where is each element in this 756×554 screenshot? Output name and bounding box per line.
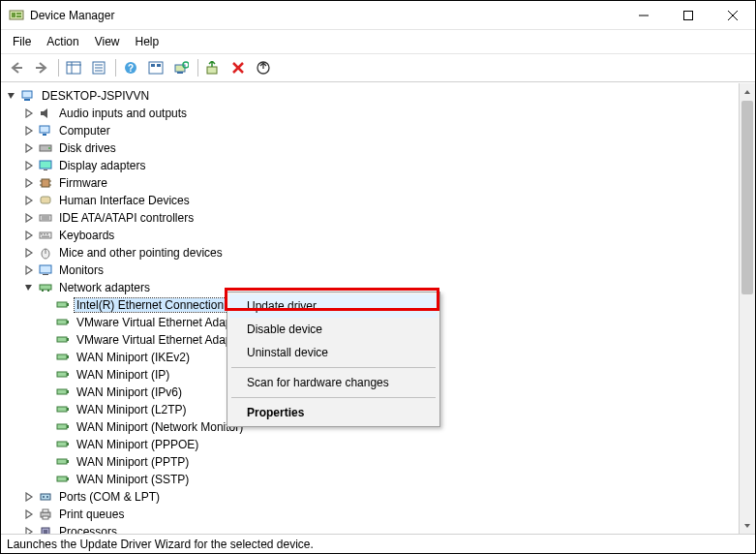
svg-rect-77 — [67, 460, 69, 463]
svg-rect-30 — [24, 99, 30, 101]
tree-category[interactable]: Ports (COM & LPT) — [5, 488, 739, 506]
context-properties[interactable]: Properties — [229, 401, 438, 424]
svg-rect-21 — [157, 64, 161, 67]
expand-icon[interactable] — [22, 263, 36, 277]
tree-device-network-adapter[interactable]: WAN Miniport (PPTP) — [5, 453, 739, 471]
expander-spacer — [40, 438, 53, 451]
context-scan-hardware[interactable]: Scan for hardware changes — [229, 371, 438, 394]
update-driver-button[interactable] — [201, 57, 225, 78]
expand-icon[interactable] — [22, 229, 36, 242]
tree-root[interactable]: DESKTOP-JSPIVVN — [5, 87, 739, 105]
svg-text:?: ? — [128, 63, 134, 74]
tree-item-label: WAN Miniport (IKEv2) — [75, 351, 192, 364]
svg-rect-56 — [42, 290, 44, 292]
tree-category[interactable]: Print queues — [5, 506, 739, 523]
svg-rect-57 — [47, 290, 49, 292]
svg-rect-59 — [67, 303, 69, 306]
tree-item-label: Print queues — [57, 508, 126, 521]
context-uninstall-device[interactable]: Uninstall device — [229, 341, 438, 364]
context-menu: Update driver Disable device Uninstall d… — [227, 292, 440, 427]
display-icon — [38, 158, 53, 173]
svg-rect-49 — [46, 233, 48, 235]
printer-icon — [38, 507, 53, 522]
expand-icon[interactable] — [22, 490, 36, 504]
expand-icon[interactable] — [22, 246, 36, 260]
menu-action[interactable]: Action — [39, 32, 86, 51]
svg-rect-20 — [151, 64, 155, 67]
expand-icon[interactable] — [22, 508, 36, 521]
svg-rect-87 — [44, 530, 47, 534]
forward-button[interactable] — [30, 57, 53, 78]
tree-category[interactable]: Mice and other pointing devices — [5, 244, 739, 262]
collapse-icon[interactable] — [22, 281, 36, 294]
adapter-icon — [55, 419, 71, 435]
svg-rect-61 — [67, 321, 69, 323]
tree-device-network-adapter[interactable]: WAN Miniport (PPPOE) — [5, 436, 739, 453]
tree-category[interactable]: Human Interface Devices — [5, 192, 739, 209]
mouse-icon — [38, 245, 53, 261]
expand-icon[interactable] — [22, 124, 36, 138]
menu-file[interactable]: File — [5, 32, 39, 51]
svg-rect-1 — [12, 13, 15, 17]
close-button[interactable] — [711, 1, 755, 30]
tree-category[interactable]: Disk drives — [5, 139, 739, 157]
menu-view[interactable]: View — [87, 32, 128, 51]
tree-item-label: Keyboards — [57, 229, 116, 242]
expand-icon[interactable] — [22, 525, 36, 534]
svg-rect-70 — [57, 407, 67, 412]
adapter-icon — [55, 454, 71, 470]
expand-icon[interactable] — [22, 211, 36, 225]
toolbar-separator — [58, 59, 59, 77]
tree-category[interactable]: Monitors — [5, 262, 739, 279]
context-update-driver[interactable]: Update driver — [229, 294, 438, 318]
tree-category[interactable]: Display adapters — [5, 157, 739, 174]
tree-device-network-adapter[interactable]: WAN Miniport (SSTP) — [5, 471, 739, 488]
tree-category[interactable]: Processors — [5, 523, 739, 534]
tree-item-label: Audio inputs and outputs — [57, 107, 189, 120]
expand-icon[interactable] — [22, 176, 36, 190]
svg-rect-53 — [40, 265, 51, 273]
adapter-icon — [55, 332, 71, 348]
properties-button[interactable] — [87, 57, 110, 78]
show-hide-tree-button[interactable] — [62, 57, 85, 78]
svg-rect-76 — [57, 459, 67, 464]
uninstall-device-button[interactable] — [227, 57, 250, 78]
tree-category[interactable]: Computer — [5, 122, 739, 139]
svg-rect-62 — [57, 337, 67, 342]
back-button[interactable] — [5, 57, 28, 78]
tree-category[interactable]: Keyboards — [5, 227, 739, 244]
scroll-up-arrow[interactable] — [740, 83, 755, 100]
collapse-icon[interactable] — [5, 89, 18, 103]
expand-icon[interactable] — [22, 141, 36, 155]
add-legacy-hardware-button[interactable] — [252, 57, 275, 78]
port-icon — [38, 489, 53, 505]
context-disable-device[interactable]: Disable device — [229, 318, 438, 341]
minimize-button[interactable] — [621, 1, 666, 30]
maximize-button[interactable] — [666, 1, 711, 30]
svg-rect-42 — [41, 197, 50, 203]
expander-spacer — [40, 403, 53, 416]
context-separator — [231, 397, 436, 398]
expander-spacer — [40, 368, 53, 382]
show-hidden-devices-button[interactable] — [144, 57, 167, 78]
tree-category[interactable]: IDE ATA/ATAPI controllers — [5, 209, 739, 227]
svg-rect-60 — [57, 320, 67, 324]
svg-rect-46 — [40, 232, 51, 238]
svg-rect-75 — [67, 443, 69, 446]
scan-hardware-button[interactable] — [169, 57, 193, 78]
vertical-scrollbar[interactable] — [739, 83, 755, 534]
tree-item-label: WAN Miniport (L2TP) — [75, 403, 189, 416]
expand-icon[interactable] — [22, 107, 36, 120]
scroll-down-arrow[interactable] — [740, 517, 755, 534]
tree-item-label: DESKTOP-JSPIVVN — [40, 89, 151, 103]
tree-item-label: Processors — [57, 525, 119, 534]
expand-icon[interactable] — [22, 194, 36, 207]
menu-help[interactable]: Help — [128, 32, 167, 51]
scroll-thumb[interactable] — [741, 101, 753, 294]
help-button[interactable]: ? — [119, 57, 142, 78]
tree-category[interactable]: Firmware — [5, 174, 739, 192]
svg-point-34 — [48, 147, 50, 149]
expand-icon[interactable] — [22, 159, 36, 172]
toolbar-separator — [197, 59, 198, 77]
tree-category[interactable]: Audio inputs and outputs — [5, 105, 739, 122]
